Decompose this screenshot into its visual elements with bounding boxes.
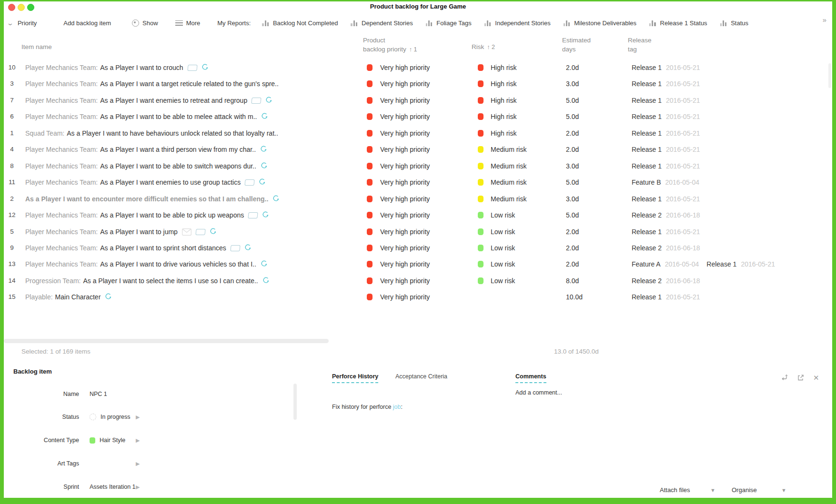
report-button[interactable]: Status <box>720 20 748 27</box>
table-row[interactable]: 9Player Mechanics Team:As a Player I wan… <box>4 240 832 256</box>
table-row[interactable]: 8Player Mechanics Team:As a Player I wan… <box>4 158 832 174</box>
row-item-name[interactable]: Player Mechanics Team:As a Player I want… <box>25 224 311 240</box>
field-value[interactable]: In progress <box>90 412 131 422</box>
report-button[interactable]: Milestone Deliverables <box>564 20 636 27</box>
field-value[interactable]: NPC 1 <box>90 389 107 399</box>
row-item-name[interactable]: Player Mechanics Team:As a Player I want… <box>25 256 311 272</box>
row-item-name[interactable]: Player Mechanics Team:As a Player I want… <box>25 240 311 256</box>
release-tags: Release 22016-06-18 <box>632 273 700 289</box>
table-row[interactable]: 12Player Mechanics Team:As a Player I wa… <box>4 207 832 223</box>
comment-icon <box>248 212 258 218</box>
tab-comments[interactable]: Comments <box>515 373 546 383</box>
table-row[interactable]: 5Player Mechanics Team:As a Player I wan… <box>4 224 832 240</box>
table-row[interactable]: 11Player Mechanics Team:As a Player I wa… <box>4 174 832 190</box>
row-item-name[interactable]: Player Mechanics Team:As a Player I want… <box>25 141 311 158</box>
table-row[interactable]: 6Player Mechanics Team:As a Player I wan… <box>4 109 832 125</box>
attach-files-button[interactable]: Attach files <box>660 486 690 494</box>
sync-arrow-icon <box>262 211 269 219</box>
row-team-prefix: Player Mechanics Team: <box>25 141 98 158</box>
sort-indicator-2: ↑ 2 <box>487 44 495 50</box>
table-row[interactable]: 4Player Mechanics Team:As a Player I wan… <box>4 141 832 158</box>
report-button[interactable]: Release 1 Status <box>649 20 707 27</box>
row-id: 6 <box>6 109 18 125</box>
organise-button[interactable]: Organise <box>732 486 757 494</box>
risk-label: High risk <box>491 109 516 125</box>
sync-arrow-icon <box>272 195 279 203</box>
chevron-right-icon[interactable]: ▶ <box>136 482 140 492</box>
table-row[interactable]: 10Player Mechanics Team:As a Player I wa… <box>4 59 832 76</box>
organise-chevron-icon[interactable]: ▼ <box>781 487 786 493</box>
row-item-name[interactable]: Player Mechanics Team:As a Player I want… <box>25 207 311 223</box>
row-item-name[interactable]: Player Mechanics Team:As a Player I want… <box>25 59 311 76</box>
risk-color-square <box>478 179 483 186</box>
detail-field-art-tags: Art Tags▶ <box>4 459 308 468</box>
row-team-prefix: Progression Team: <box>25 273 81 289</box>
report-button-label: Dependent Stories <box>362 20 413 27</box>
column-header-priority[interactable]: Product backlog priority↑ 1 <box>363 36 417 54</box>
priority-label: Very high priority <box>380 141 430 158</box>
table-row[interactable]: 14Progression Team:As a Player I want to… <box>4 273 832 289</box>
field-value[interactable]: Hair Style <box>90 435 125 445</box>
detail-vertical-scrollbar[interactable] <box>293 384 297 420</box>
chevron-right-icon[interactable]: ▶ <box>136 459 140 468</box>
chevron-right-icon[interactable]: ▶ <box>136 412 140 422</box>
tab-perforce-history[interactable]: Perforce History <box>332 373 378 383</box>
toolbar-reports: Backlog Not CompletedDependent StoriesFo… <box>262 20 761 27</box>
priority-color-square <box>367 277 373 284</box>
risk-label: Low risk <box>491 273 515 289</box>
table-row[interactable]: 7Player Mechanics Team:As a Player I wan… <box>4 92 832 109</box>
report-button[interactable]: Dependent Stories <box>351 20 413 27</box>
column-header-risk[interactable]: Risk↑ 2 <box>472 42 495 52</box>
report-button[interactable]: Independent Stories <box>484 20 551 27</box>
row-item-name[interactable]: As a Player I want to encounter more dif… <box>25 191 311 207</box>
add-comment-input[interactable]: Add a comment... <box>515 389 562 396</box>
row-item-name[interactable]: Player Mechanics Team:As a Player I want… <box>25 76 311 92</box>
open-in-window-icon[interactable] <box>797 374 805 381</box>
table-row[interactable]: 3Player Mechanics Team:As a Player I wan… <box>4 76 832 92</box>
row-item-name[interactable]: Player Mechanics Team:As a Player I want… <box>25 158 311 174</box>
priority-dropdown[interactable]: ⌄ Priority <box>8 20 37 27</box>
report-button[interactable]: Backlog Not Completed <box>262 20 338 27</box>
column-header-estimated-days[interactable]: Estimated days <box>562 36 591 54</box>
chevron-right-icon[interactable]: ▶ <box>136 435 140 445</box>
table-row[interactable]: 2As a Player I want to encounter more di… <box>4 191 832 207</box>
priority-label: Very high priority <box>380 273 430 289</box>
estimated-days: 2.0d <box>566 125 579 141</box>
priority-color-square <box>367 113 373 120</box>
column-header-release-tag[interactable]: Release tag <box>628 36 652 54</box>
tab-acceptance-criteria[interactable]: Acceptance Criteria <box>395 373 447 380</box>
column-header-item-name[interactable]: Item name <box>21 42 52 51</box>
table-vertical-scrollbar[interactable] <box>828 63 831 88</box>
comment-icon <box>245 179 254 186</box>
row-item-name[interactable]: Player Mechanics Team:As a Player I want… <box>25 109 311 125</box>
show-button[interactable]: Show <box>132 20 158 27</box>
close-panel-icon[interactable]: ✕ <box>813 374 819 381</box>
row-item-name[interactable]: Progression Team:As a Player I want to s… <box>25 273 311 289</box>
report-button-label: Backlog Not Completed <box>273 20 338 27</box>
row-team-prefix: Player Mechanics Team: <box>25 59 98 76</box>
table-row[interactable]: 13Player Mechanics Team:As a Player I wa… <box>4 256 832 272</box>
priority-color-square <box>367 163 373 169</box>
horizontal-scrollbar[interactable] <box>4 339 329 343</box>
attach-files-chevron-icon[interactable]: ▼ <box>710 487 715 493</box>
report-button[interactable]: Foliage Tags <box>426 20 472 27</box>
row-item-name[interactable]: Player Mechanics Team:As a Player I want… <box>25 92 311 109</box>
dock-panel-icon[interactable] <box>780 374 788 381</box>
perforce-job-link[interactable]: job <box>393 404 401 410</box>
row-id: 13 <box>6 256 18 272</box>
row-team-prefix: Squad Team: <box>25 125 64 141</box>
table-row[interactable]: 1Squad Team:As a Player I want to have b… <box>4 125 832 141</box>
bar-chart-icon <box>564 20 571 26</box>
table-row[interactable]: 15Playable:Main CharacterVery high prior… <box>4 289 832 305</box>
row-item-name[interactable]: Player Mechanics Team:As a Player I want… <box>25 174 311 190</box>
add-backlog-item-button[interactable]: Add backlog item <box>63 20 111 27</box>
release-tag: Release 12016-05-21 <box>706 260 775 268</box>
row-item-name[interactable]: Squad Team:As a Player I want to have be… <box>25 125 311 141</box>
comment-icon <box>196 229 205 235</box>
field-value[interactable]: Assets Iteration 1 <box>90 482 136 492</box>
row-id: 12 <box>6 207 18 223</box>
row-item-name[interactable]: Playable:Main Character <box>25 289 311 305</box>
more-button[interactable]: More <box>175 20 201 27</box>
row-item-text: As a Player I want to sprint short dista… <box>100 240 226 256</box>
toolbar-overflow-chevron[interactable]: » <box>823 16 826 24</box>
